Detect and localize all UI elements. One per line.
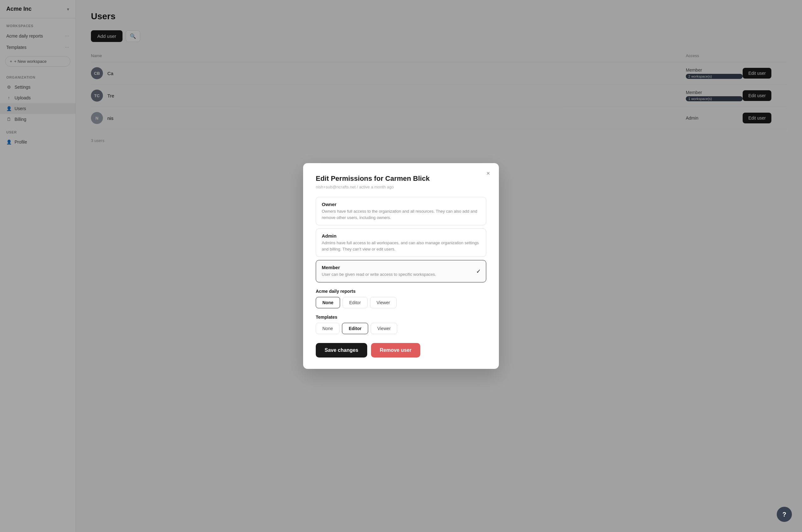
workspace-acme-section: Acme daily reports None Editor Viewer xyxy=(316,289,486,308)
templates-none-button[interactable]: None xyxy=(316,323,340,334)
save-changes-button[interactable]: Save changes xyxy=(316,343,367,358)
role-option-admin[interactable]: Admin Admins have full access to all wor… xyxy=(316,228,486,257)
role-desc-owner: Owners have full access to the organizat… xyxy=(322,208,480,221)
edit-permissions-modal: × Edit Permissions for Carmen Blick nish… xyxy=(303,163,499,369)
role-desc-admin: Admins have full access to all workspace… xyxy=(322,240,480,252)
modal-subtitle: nish+sub@ncrafts.net / active a month ag… xyxy=(316,185,486,189)
modal-overlay[interactable]: × Edit Permissions for Carmen Blick nish… xyxy=(0,0,802,532)
modal-close-button[interactable]: × xyxy=(484,169,493,178)
role-name-owner: Owner xyxy=(322,202,480,207)
role-name-admin: Admin xyxy=(322,233,480,239)
workspace-templates-label: Templates xyxy=(316,315,486,320)
templates-editor-button[interactable]: Editor xyxy=(342,323,368,334)
workspace-acme-label: Acme daily reports xyxy=(316,289,486,294)
modal-title: Edit Permissions for Carmen Blick xyxy=(316,174,486,183)
acme-none-button[interactable]: None xyxy=(316,297,340,308)
acme-viewer-button[interactable]: Viewer xyxy=(370,297,397,308)
role-option-member[interactable]: Member User can be given read or write a… xyxy=(316,260,486,282)
role-option-owner[interactable]: Owner Owners have full access to the org… xyxy=(316,197,486,225)
remove-user-button[interactable]: Remove user xyxy=(371,343,421,358)
role-name-member: Member xyxy=(322,265,480,270)
role-desc-member: User can be given read or write access t… xyxy=(322,271,480,278)
help-icon: ? xyxy=(782,511,786,518)
templates-access-row: None Editor Viewer xyxy=(316,323,486,334)
help-button[interactable]: ? xyxy=(777,507,792,522)
workspace-templates-section: Templates None Editor Viewer xyxy=(316,315,486,334)
acme-access-row: None Editor Viewer xyxy=(316,297,486,308)
templates-viewer-button[interactable]: Viewer xyxy=(371,323,398,334)
modal-footer: Save changes Remove user xyxy=(316,343,486,358)
check-icon: ✓ xyxy=(476,268,481,275)
acme-editor-button[interactable]: Editor xyxy=(343,297,367,308)
